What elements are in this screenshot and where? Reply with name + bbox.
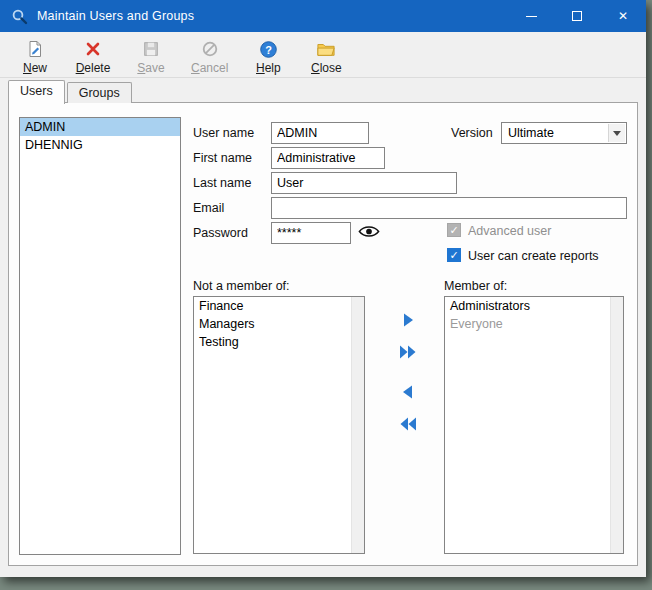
caption-buttons: ✕ xyxy=(508,0,646,32)
double-arrow-left-icon xyxy=(397,413,419,438)
remove-member-button[interactable] xyxy=(394,379,422,407)
show-password-button[interactable] xyxy=(356,223,382,243)
group-list-item[interactable]: Finance xyxy=(194,297,364,315)
help-button-label: Help xyxy=(256,61,281,75)
arrow-left-icon xyxy=(397,381,419,406)
app-icon xyxy=(11,8,28,25)
close-button-label: Close xyxy=(311,61,342,75)
group-list-item[interactable]: Testing xyxy=(194,333,364,351)
cancel-icon xyxy=(201,38,219,60)
cancel-button: Cancel xyxy=(182,35,237,77)
tab-strip: Users Groups xyxy=(8,79,134,103)
advanced-user-checkbox xyxy=(447,223,461,237)
version-select[interactable]: Ultimate xyxy=(501,122,627,144)
double-arrow-right-icon xyxy=(397,341,419,366)
toolbar: New Delete Save xyxy=(0,32,646,78)
delete-button[interactable]: Delete xyxy=(66,35,120,77)
not-member-label: Not a member of: xyxy=(193,279,290,293)
maximize-icon xyxy=(572,11,582,21)
group-list-item[interactable]: Administrators xyxy=(445,297,623,315)
user-name-input[interactable] xyxy=(271,122,369,144)
tab-groups[interactable]: Groups xyxy=(67,82,132,103)
group-list-item[interactable]: Everyone xyxy=(445,315,623,333)
user-name-label: User name xyxy=(193,126,254,140)
close-button[interactable]: Close xyxy=(299,35,353,77)
remove-all-members-button[interactable] xyxy=(394,411,422,439)
close-icon: ✕ xyxy=(618,10,628,22)
first-name-label: First name xyxy=(193,151,252,165)
create-reports-checkbox[interactable] xyxy=(447,248,461,262)
user-list-item[interactable]: ADMIN xyxy=(20,118,180,136)
member-label: Member of: xyxy=(444,279,507,293)
group-list-item[interactable]: Managers xyxy=(194,315,364,333)
user-list-item[interactable]: DHENNIG xyxy=(20,136,180,154)
last-name-input[interactable] xyxy=(271,172,457,194)
help-question-icon: ? xyxy=(259,38,278,60)
member-list[interactable]: Administrators Everyone xyxy=(444,296,624,554)
maximize-button[interactable] xyxy=(554,0,600,32)
version-label: Version xyxy=(451,126,493,140)
version-value: Ultimate xyxy=(508,126,554,140)
user-list[interactable]: ADMIN DHENNIG xyxy=(19,117,181,555)
create-reports-label: User can create reports xyxy=(468,249,599,263)
minimize-icon xyxy=(526,16,537,17)
save-disk-icon xyxy=(142,38,160,60)
chevron-down-icon xyxy=(613,131,621,136)
maintain-users-window: Maintain Users and Groups ✕ xyxy=(0,0,646,577)
help-button[interactable]: ? Help xyxy=(241,35,295,77)
arrow-right-icon xyxy=(397,309,419,334)
desktop: Maintain Users and Groups ✕ xyxy=(0,0,652,590)
save-button: Save xyxy=(124,35,178,77)
tab-users[interactable]: Users xyxy=(8,80,65,104)
delete-x-icon xyxy=(84,38,102,60)
email-input[interactable] xyxy=(271,197,627,219)
add-member-button[interactable] xyxy=(394,307,422,335)
new-document-icon xyxy=(25,38,45,60)
new-button-label: New xyxy=(23,61,47,75)
delete-button-label: Delete xyxy=(76,61,111,75)
users-tab-panel: ADMIN DHENNIG User name Version Ultimate… xyxy=(8,102,638,566)
svg-text:?: ? xyxy=(265,43,272,55)
not-member-list[interactable]: Finance Managers Testing xyxy=(193,296,365,554)
password-input[interactable] xyxy=(271,222,351,244)
close-folder-icon xyxy=(316,38,336,60)
cancel-button-label: Cancel xyxy=(191,61,228,75)
titlebar[interactable]: Maintain Users and Groups ✕ xyxy=(0,0,646,32)
window-title: Maintain Users and Groups xyxy=(37,9,194,23)
save-button-label: Save xyxy=(137,61,164,75)
first-name-input[interactable] xyxy=(271,147,385,169)
eye-icon xyxy=(358,224,380,242)
member-scrollbar[interactable] xyxy=(610,297,623,553)
add-all-members-button[interactable] xyxy=(394,339,422,367)
new-button[interactable]: New xyxy=(8,35,62,77)
advanced-user-label: Advanced user xyxy=(468,224,551,238)
not-member-scrollbar[interactable] xyxy=(351,297,364,553)
email-label: Email xyxy=(193,201,224,215)
last-name-label: Last name xyxy=(193,176,251,190)
version-dropdown-button[interactable] xyxy=(608,124,625,142)
minimize-button[interactable] xyxy=(508,0,554,32)
close-window-button[interactable]: ✕ xyxy=(600,0,646,32)
password-label: Password xyxy=(193,226,248,240)
